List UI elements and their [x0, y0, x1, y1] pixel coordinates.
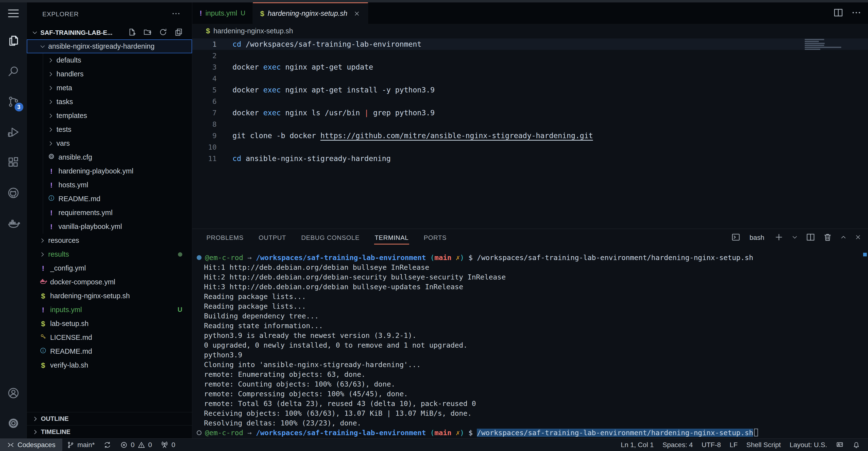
- more-button[interactable]: [851, 7, 862, 19]
- yaml-icon: !: [50, 182, 53, 189]
- tree-item-docker-compose-yml[interactable]: docker-compose.yml: [27, 275, 192, 289]
- activity-settings[interactable]: [0, 408, 27, 438]
- close-panel-button[interactable]: [855, 233, 862, 242]
- collapse-all-button[interactable]: [174, 28, 183, 38]
- status-feedback[interactable]: [832, 439, 848, 451]
- tab-hardening-nginx-setup-sh[interactable]: $hardening-nginx-setup.sh: [253, 2, 368, 24]
- tree-item-tasks[interactable]: tasks: [27, 95, 192, 109]
- tree-item-meta[interactable]: meta: [27, 81, 192, 95]
- more-icon: [851, 7, 862, 18]
- line-number: 8: [192, 120, 221, 128]
- terminal-shell-icon: [731, 232, 741, 243]
- tree-item-hardening-nginx-setup-sh[interactable]: $hardening-nginx-setup.sh: [27, 289, 192, 303]
- terminal-scrollbar-thumb[interactable]: [863, 253, 867, 256]
- split-editor-button[interactable]: [833, 7, 844, 19]
- line-number: 7: [192, 109, 221, 117]
- status-git-branch[interactable]: main*: [62, 439, 99, 451]
- tree-item-handlers[interactable]: handlers: [27, 67, 192, 81]
- minimap[interactable]: [805, 39, 846, 51]
- editor-line-2: 2: [192, 50, 868, 61]
- github-icon: [7, 186, 20, 199]
- workspace-section-header[interactable]: SAF-TRAINING-LAB-E...: [27, 26, 192, 39]
- status-notifications[interactable]: [848, 439, 865, 451]
- tree-item-lab-setup-sh[interactable]: $lab-setup.sh: [27, 317, 192, 331]
- status-eol[interactable]: LF: [725, 439, 742, 451]
- tree-item-ansible-cfg[interactable]: ansible.cfg: [27, 150, 192, 164]
- tab-inputs-yml[interactable]: !inputs.ymlU: [192, 2, 253, 24]
- terminal-dropdown-button[interactable]: [791, 233, 798, 242]
- activity-accounts[interactable]: [0, 378, 27, 408]
- line-number: 1: [192, 40, 221, 49]
- status-git-sync[interactable]: [99, 439, 116, 451]
- explorer-more-button[interactable]: [171, 9, 181, 20]
- editor-line-6: 6: [192, 96, 868, 107]
- chevron-right-icon: [47, 112, 55, 120]
- tree-item-inputs-yml[interactable]: !inputs.ymlU: [27, 303, 192, 317]
- tree-item-requirements-yml[interactable]: !requirements.yml: [27, 206, 192, 220]
- panel-tab-problems[interactable]: PROBLEMS: [206, 231, 244, 245]
- panel-tab-ports[interactable]: PORTS: [423, 231, 447, 245]
- close-tab-button[interactable]: [353, 10, 361, 17]
- editor[interactable]: 1cd /workspaces/saf-training-lab-environ…: [192, 38, 868, 229]
- tree-item-vanilla-playbook-yml[interactable]: !vanilla-playbook.yml: [27, 220, 192, 233]
- activity-search[interactable]: [0, 56, 27, 86]
- tree-item-label: inputs.yml: [50, 306, 82, 314]
- tree-item--config-yml[interactable]: !_config.yml: [27, 261, 192, 275]
- terminal-output-line: remote: Compressing objects: 100% (45/45…: [197, 389, 868, 399]
- minimap-line: [805, 39, 824, 40]
- split-terminal-button[interactable]: [806, 232, 815, 243]
- refresh-button[interactable]: [158, 28, 168, 38]
- new-file-button[interactable]: [127, 28, 136, 38]
- tree-item-readme-md[interactable]: README.md: [27, 345, 192, 358]
- menu-button[interactable]: [0, 7, 27, 20]
- maximize-panel-button[interactable]: [840, 233, 847, 242]
- status-language-mode[interactable]: Shell Script: [742, 439, 785, 451]
- status-cursor-position[interactable]: Ln 1, Col 1: [616, 439, 658, 451]
- activity-run-and-debug[interactable]: [0, 117, 27, 147]
- activity-explorer[interactable]: [0, 26, 27, 56]
- activity-docker[interactable]: [0, 208, 27, 238]
- sync-icon: [103, 441, 111, 449]
- kill-terminal-button[interactable]: [823, 232, 833, 243]
- minimap-line: [805, 49, 820, 50]
- activity-extensions[interactable]: [0, 147, 27, 178]
- tree-item-results[interactable]: results: [27, 247, 192, 261]
- tree-item-hardening-playbook-yml[interactable]: !hardening-playbook.yml: [27, 164, 192, 178]
- tree-item-vars[interactable]: vars: [27, 136, 192, 150]
- tree-item-templates[interactable]: templates: [27, 109, 192, 123]
- tree-item-hosts-yml[interactable]: !hosts.yml: [27, 178, 192, 192]
- new-folder-button[interactable]: [143, 28, 152, 38]
- editor-line-9: 9git clone -b docker https://github.com/…: [192, 130, 868, 141]
- tree-item-defaults[interactable]: defaults: [27, 53, 192, 67]
- status-keyboard-layout[interactable]: Layout: U.S.: [785, 439, 832, 451]
- debug-icon: [7, 126, 20, 139]
- panel-tab-debug-console[interactable]: DEBUG CONSOLE: [301, 231, 360, 245]
- status-problems[interactable]: 00: [116, 439, 156, 451]
- panel-tab-output[interactable]: OUTPUT: [258, 231, 287, 245]
- breadcrumb[interactable]: $ hardening-nginx-setup.sh: [192, 24, 868, 38]
- timeline-section[interactable]: TIMELINE: [27, 425, 192, 438]
- info-icon: [39, 347, 47, 354]
- tree-item-tests[interactable]: tests: [27, 123, 192, 136]
- status-indentation[interactable]: Spaces: 4: [658, 439, 698, 451]
- tree-item-resources[interactable]: resources: [27, 233, 192, 247]
- activity-source-control[interactable]: 3: [0, 86, 27, 117]
- terminal[interactable]: @em-c-rod → /workspaces/saf-training-lab…: [192, 247, 868, 438]
- status-codespaces-remote[interactable]: Codespaces: [0, 439, 62, 451]
- panel-tab-terminal[interactable]: TERMINAL: [374, 231, 409, 245]
- terminal-prompt-line: @em-c-rod → /workspaces/saf-training-lab…: [197, 253, 868, 262]
- new-terminal-button[interactable]: [774, 232, 784, 243]
- yaml-icon: !: [42, 265, 44, 272]
- tree-item-license-md[interactable]: LICENSE.md: [27, 331, 192, 345]
- outline-section[interactable]: OUTLINE: [27, 412, 192, 425]
- tree-item-verify-lab-sh[interactable]: $verify-lab.sh: [27, 358, 192, 372]
- activity-github[interactable]: [0, 178, 27, 208]
- tree-item-ansible-nginx-stigready-hardening[interactable]: ansible-nginx-stigready-hardening: [27, 39, 192, 53]
- status-ports[interactable]: 0: [156, 439, 180, 451]
- bell-icon: [852, 441, 860, 449]
- terminal-output-line: remote: Enumerating objects: 63, done.: [197, 369, 868, 379]
- tree-item-readme-md[interactable]: README.md: [27, 192, 192, 206]
- status-encoding[interactable]: UTF-8: [697, 439, 725, 451]
- section-actions: [127, 28, 183, 38]
- search-icon: [7, 65, 20, 78]
